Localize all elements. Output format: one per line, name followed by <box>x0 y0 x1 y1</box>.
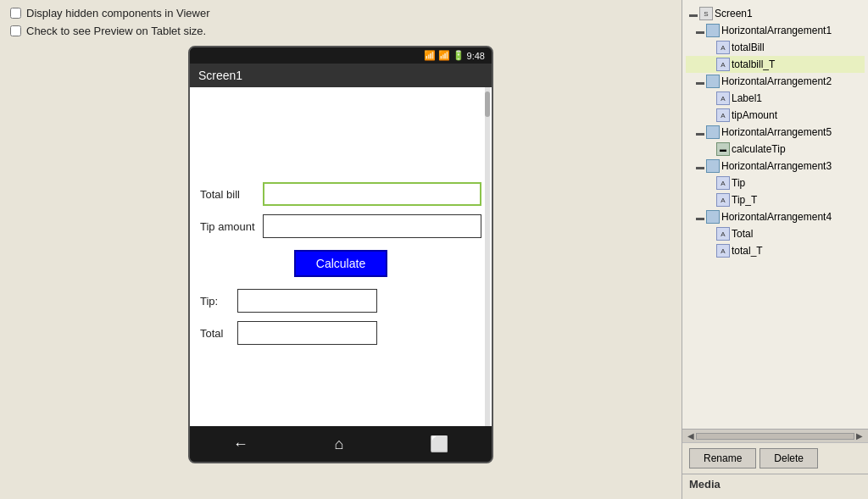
hidden-components-label: Display hidden components in Viewer <box>26 7 210 19</box>
label-icon-label1: A <box>716 91 730 105</box>
tree-item-screen1[interactable]: ▬ S Screen1 <box>686 5 865 22</box>
tree-item-ha5[interactable]: ▬ HorizontalArrangement5 <box>686 124 865 141</box>
tree-item-ha4[interactable]: ▬ HorizontalArrangement4 <box>686 208 865 225</box>
scroll-left-arrow[interactable]: ◀ <box>686 431 696 441</box>
expand-ha4[interactable]: ▬ <box>694 211 706 223</box>
expand-ha5[interactable]: ▬ <box>694 126 706 138</box>
media-section: Media <box>682 474 868 499</box>
expand-totalbill-t <box>704 58 716 70</box>
tree-label-ha1: HorizontalArrangement1 <box>721 25 832 36</box>
label-icon-tip: A <box>716 176 730 190</box>
label-icon-total: A <box>716 227 730 241</box>
wifi-icon: 📶 <box>424 50 436 61</box>
tablet-preview-row: Check to see Preview on Tablet size. <box>10 25 671 37</box>
scroll-right-arrow[interactable]: ▶ <box>854 431 865 441</box>
hidden-components-checkbox[interactable] <box>10 8 21 19</box>
expand-ha1[interactable]: ▬ <box>694 25 706 36</box>
expand-calculatetip <box>704 143 716 155</box>
label-icon-totalbill-t: A <box>716 58 730 71</box>
expand-total <box>704 228 716 240</box>
tree-label-tipamount: tipAmount <box>732 109 777 121</box>
delete-button[interactable]: Delete <box>760 448 818 469</box>
layout-icon-ha5 <box>706 125 720 139</box>
horizontal-scrollbar[interactable]: ◀ ▶ <box>682 429 868 442</box>
time-display: 9:48 <box>467 51 485 61</box>
rename-button[interactable]: Rename <box>689 448 756 469</box>
label-icon-total-t: A <box>716 244 730 258</box>
tree-item-total[interactable]: A Total <box>686 225 865 242</box>
total-bill-input[interactable] <box>263 182 481 206</box>
expand-ha2[interactable]: ▬ <box>694 75 706 87</box>
expand-total-t <box>704 245 716 257</box>
tree-item-calculatetip[interactable]: ▬ calculateTip <box>686 141 865 158</box>
label-icon-totalbill: A <box>716 41 730 54</box>
tree-item-label1[interactable]: A Label1 <box>686 90 865 107</box>
calculate-button-row: Calculate <box>200 247 481 280</box>
tablet-preview-checkbox[interactable] <box>10 25 21 36</box>
label-icon-tipamount: A <box>716 108 730 122</box>
phone-screen-title: Screen1 <box>198 69 242 82</box>
tree-label-ha4: HorizontalArrangement4 <box>721 211 832 223</box>
total-output-label: Total <box>200 327 234 340</box>
scrollbar-track[interactable] <box>696 433 854 440</box>
tree-item-tip-t[interactable]: A Tip_T <box>686 191 865 208</box>
status-icons: 📶 📶 🔋 9:48 <box>424 50 485 61</box>
tree-item-ha1[interactable]: ▬ HorizontalArrangement1 <box>686 22 865 39</box>
tree-item-total-t[interactable]: A total_T <box>686 242 865 259</box>
phone-nav-bar: ← ⌂ ⬜ <box>190 426 492 462</box>
media-label: Media <box>689 478 721 491</box>
back-nav-icon[interactable]: ← <box>233 435 248 453</box>
tree-item-totalbill-t[interactable]: A totalbill_T <box>686 56 865 73</box>
tree-label-totalbill: totalBill <box>732 42 765 53</box>
total-bill-row: Total bill <box>200 182 481 206</box>
expand-tip <box>704 177 716 189</box>
component-tree: ▬ S Screen1 ▬ HorizontalArrangement1 A t… <box>682 0 868 429</box>
tree-label-label1: Label1 <box>732 92 762 104</box>
signal-icon: 📶 <box>438 50 450 61</box>
phone-screen: Total bill Tip amount Calculate Tip: Tot… <box>190 87 492 426</box>
phone-mockup: 📶 📶 🔋 9:48 Screen1 Total bill <box>188 46 493 463</box>
button-icon-calculatetip: ▬ <box>716 142 730 156</box>
expand-ha3[interactable]: ▬ <box>694 160 706 172</box>
tip-output-row: Tip: <box>200 289 481 313</box>
home-nav-icon[interactable]: ⌂ <box>335 435 344 453</box>
right-panel: ▬ S Screen1 ▬ HorizontalArrangement1 A t… <box>682 0 868 499</box>
expand-tipamount <box>704 109 716 121</box>
spacer-top <box>200 97 481 174</box>
tree-label-calculatetip: calculateTip <box>732 143 786 155</box>
left-panel: Display hidden components in Viewer Chec… <box>0 0 682 499</box>
expand-label1 <box>704 92 716 104</box>
total-output-field <box>237 321 377 345</box>
total-bill-label: Total bill <box>200 188 259 201</box>
tree-label-totalbill-t: totalbill_T <box>732 58 775 70</box>
bottom-buttons: Rename Delete <box>682 442 868 474</box>
tip-amount-input[interactable] <box>263 214 481 238</box>
tree-item-ha2[interactable]: ▬ HorizontalArrangement2 <box>686 73 865 90</box>
hidden-components-row: Display hidden components in Viewer <box>10 7 671 19</box>
battery-icon: 🔋 <box>453 50 465 61</box>
scroll-bar[interactable] <box>485 87 490 426</box>
tree-item-ha3[interactable]: ▬ HorizontalArrangement3 <box>686 158 865 175</box>
expand-screen1[interactable]: ▬ <box>687 8 699 19</box>
tree-item-tip[interactable]: A Tip <box>686 175 865 191</box>
tree-label-total-t: total_T <box>732 245 763 257</box>
scroll-thumb[interactable] <box>485 91 490 117</box>
calculate-button[interactable]: Calculate <box>294 250 387 277</box>
tree-label-ha5: HorizontalArrangement5 <box>721 126 832 138</box>
tree-label-ha2: HorizontalArrangement2 <box>721 75 832 87</box>
tree-label-screen1: Screen1 <box>715 8 753 19</box>
phone-title-bar: Screen1 <box>190 64 492 87</box>
tree-label-ha3: HorizontalArrangement3 <box>721 160 832 172</box>
tree-item-totalbill[interactable]: A totalBill <box>686 39 865 56</box>
tree-item-tipamount[interactable]: A tipAmount <box>686 107 865 124</box>
tip-amount-label: Tip amount <box>200 220 259 233</box>
recent-nav-icon[interactable]: ⬜ <box>430 435 448 453</box>
expand-tip-t <box>704 194 716 206</box>
phone-status-bar: 📶 📶 🔋 9:48 <box>190 47 492 64</box>
layout-icon-ha4 <box>706 210 720 224</box>
layout-icon-ha3 <box>706 159 720 173</box>
tip-amount-row: Tip amount <box>200 214 481 238</box>
screen-icon: S <box>699 7 713 20</box>
tablet-preview-label: Check to see Preview on Tablet size. <box>26 25 206 37</box>
expand-totalbill <box>704 42 716 53</box>
